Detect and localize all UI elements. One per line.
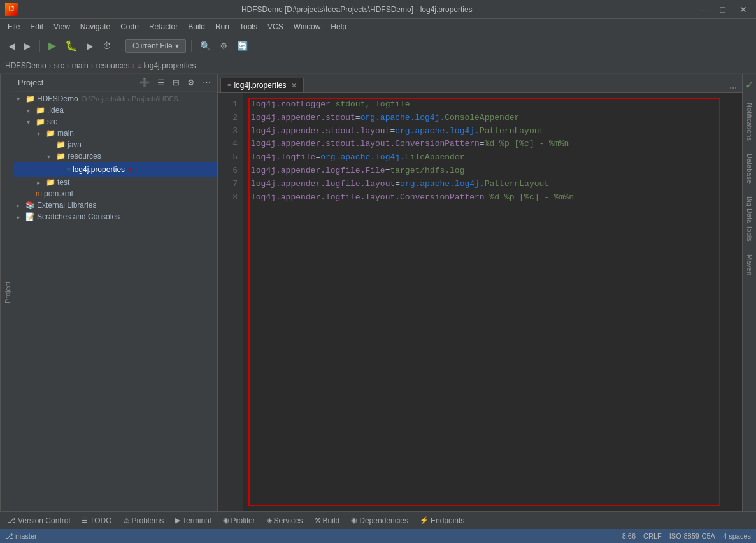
tree-item-scratches[interactable]: ▸ 📝 Scratches and Consoles [14, 211, 217, 222]
compact-button[interactable]: ☰ [155, 76, 168, 89]
tree-item-idea[interactable]: ▾ 📁 .idea [14, 105, 217, 116]
database-panel[interactable]: Database [743, 147, 756, 190]
folder-icon: 📁 [46, 178, 55, 187]
debug-button[interactable]: 🐛 [62, 38, 81, 54]
run-config-dropdown[interactable]: Current File ▾ [125, 39, 186, 53]
encoding[interactable]: ISO-8859-C5A [669, 532, 715, 540]
menu-item-window[interactable]: Window [289, 21, 326, 33]
menu-item-view[interactable]: View [48, 21, 75, 33]
git-status[interactable]: ⎇ master [5, 532, 37, 540]
code-line-2: log4j.appender.stdout=org.apache.log4j.C… [251, 112, 734, 125]
tree-label: java [68, 140, 82, 149]
coverage-button[interactable]: ▶ [83, 39, 97, 53]
menu-item-navigate[interactable]: Navigate [75, 21, 115, 33]
statusbar: ⎇ master 8:66 CRLF ISO-8859-C5A 4 spaces [0, 529, 756, 543]
more-button[interactable]: ⋯ [200, 76, 213, 89]
tree-item-log4j[interactable]: ≡ log4j.properties ⟵ [14, 162, 217, 177]
tree-item-external-libs[interactable]: ▸ 📚 External Libraries [14, 199, 217, 211]
tree-path: D:\Projects\IdeaProjects\HDFS... [82, 95, 184, 103]
menu-item-code[interactable]: Code [115, 21, 144, 33]
build-tab[interactable]: ⚒ Build [310, 515, 345, 526]
problems-tab[interactable]: ⚠ Problems [118, 515, 169, 526]
folder-icon: 📁 [56, 152, 66, 161]
breadcrumb-project[interactable]: HDFSDemo [5, 61, 46, 70]
toolbar: ◀ ▶ ▶ 🐛 ▶ ⏱ Current File ▾ 🔍 ⚙ 🔄 [0, 34, 756, 57]
code-area[interactable]: log4j.rootLogger=stdout, logfile log4j.a… [243, 93, 742, 511]
settings-button[interactable]: ⚙ [217, 39, 231, 53]
breadcrumb-file[interactable]: ≡ log4j.properties [137, 61, 196, 70]
menu-item-run[interactable]: Run [210, 21, 234, 33]
tree-arrow: ▸ [37, 179, 45, 186]
menu-item-help[interactable]: Help [325, 21, 352, 33]
bigdata-panel[interactable]: Big Data Tools [743, 190, 756, 248]
minimize-button[interactable]: ─ [696, 3, 710, 16]
dependencies-tab[interactable]: ◉ Dependencies [346, 515, 413, 526]
add-button[interactable]: ➕ [137, 76, 152, 89]
tree-item-resources[interactable]: ▾ 📁 resources [14, 150, 217, 162]
indent[interactable]: 4 spaces [723, 532, 751, 540]
tab-close-button[interactable]: ✕ [291, 82, 297, 90]
xml-icon: m [36, 189, 42, 198]
maximize-button[interactable]: □ [717, 3, 729, 16]
breadcrumb-main[interactable]: main [72, 61, 89, 70]
sidebar-header: Project ➕ ☰ ⊟ ⚙ ⋯ [14, 74, 217, 92]
code-line-1: log4j.rootLogger=stdout, logfile [251, 98, 734, 112]
settings-button[interactable]: ⚙ [185, 76, 197, 89]
more-tabs-button[interactable]: ⋯ [729, 83, 739, 92]
tree-item-test[interactable]: ▸ 📁 test [14, 177, 217, 188]
file-icon: ≡ [137, 61, 141, 70]
menu-item-tools[interactable]: Tools [234, 21, 262, 33]
tree-item-pomxml[interactable]: m pom.xml [14, 188, 217, 199]
forward-button[interactable]: ▶ [21, 39, 34, 53]
menu-item-vcs[interactable]: VCS [262, 21, 289, 33]
statusbar-right: 8:66 CRLF ISO-8859-C5A 4 spaces [622, 532, 751, 540]
todo-icon: ☰ [82, 516, 88, 525]
profile-button[interactable]: ⏱ [99, 39, 115, 53]
tree-item-main[interactable]: ▾ 📁 main [14, 127, 217, 139]
terminal-tab[interactable]: ▶ Terminal [170, 515, 216, 526]
menu-item-refactor[interactable]: Refactor [144, 21, 183, 33]
run-config-label: Current File [132, 41, 173, 50]
menu-item-file[interactable]: File [3, 21, 25, 33]
tree-item-java[interactable]: 📁 java [14, 139, 217, 150]
notifications-panel[interactable]: Notifications [743, 96, 756, 147]
menu-item-edit[interactable]: Edit [25, 21, 48, 33]
version-control-tab[interactable]: ⎇ Version Control [3, 515, 75, 526]
run-button[interactable]: ▶ [45, 38, 59, 54]
collapse-button[interactable]: ⊟ [170, 76, 182, 89]
line-num-1: 1 [218, 98, 243, 112]
editor-tab-log4j[interactable]: ≡ log4j.properties ✕ [220, 78, 304, 92]
update-button[interactable]: 🔄 [234, 39, 251, 53]
cursor-position[interactable]: 8:66 [622, 532, 636, 540]
tree-label: HDFSDemo [37, 94, 78, 103]
menu-item-build[interactable]: Build [183, 21, 210, 33]
folder-icon: 📝 [25, 212, 35, 221]
profiler-icon: ◉ [223, 516, 229, 525]
profiler-tab[interactable]: ◉ Profiler [218, 515, 260, 526]
folder-icon: 📚 [25, 201, 35, 210]
search-everywhere-button[interactable]: 🔍 [197, 39, 214, 53]
endpoints-tab[interactable]: ⚡ Endpoints [415, 515, 469, 526]
breadcrumb-src[interactable]: src [54, 61, 64, 70]
breadcrumb-sep-4: › [132, 61, 134, 70]
editor-tabs: ≡ log4j.properties ✕ ⋯ [218, 74, 742, 93]
code-line-5: log4j.logfile=org.apache.log4j.FileAppen… [251, 151, 734, 164]
breadcrumb-resources[interactable]: resources [96, 61, 130, 70]
line-num-3: 3 [218, 125, 243, 138]
maven-panel[interactable]: Maven [743, 248, 756, 282]
terminal-icon: ▶ [175, 516, 180, 525]
toolbar-separator-3 [191, 40, 192, 52]
titlebar-title: HDFSDemo [D:\projects\IdeaProjects\HDFSD… [18, 5, 696, 14]
code-line-3: log4j.appender.stdout.layout=org.apache.… [251, 125, 734, 138]
tree-item-src[interactable]: ▾ 📁 src [14, 116, 217, 127]
services-tab[interactable]: ◈ Services [262, 515, 308, 526]
back-button[interactable]: ◀ [5, 39, 18, 53]
left-panel-label[interactable]: Project [0, 74, 14, 511]
toolbar-separator-1 [39, 40, 40, 52]
line-ending[interactable]: CRLF [643, 532, 662, 540]
close-button[interactable]: ✕ [736, 3, 751, 16]
tree-item-hdfsdemo[interactable]: ▾ 📁 HDFSDemo D:\Projects\IdeaProjects\HD… [14, 93, 217, 105]
todo-tab[interactable]: ☰ TODO [76, 515, 117, 526]
problems-icon: ⚠ [124, 516, 130, 525]
titlebar-left: IJ [5, 3, 18, 16]
